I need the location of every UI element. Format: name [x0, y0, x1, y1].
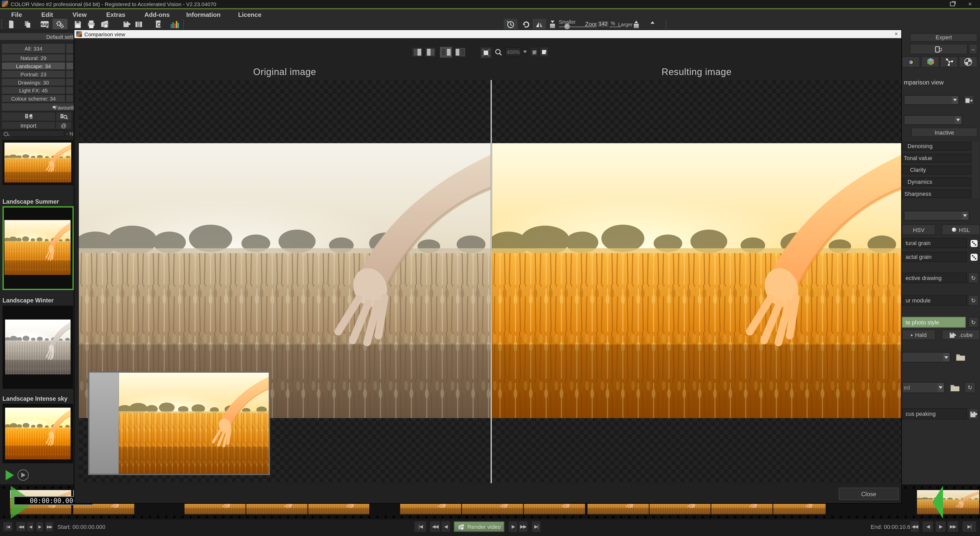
preset-thumb-winter[interactable]: [3, 306, 73, 389]
fractal-grain-row[interactable]: actal grain: [902, 252, 967, 262]
center-step-back-button[interactable]: ◀: [441, 521, 450, 532]
flip-compare-button[interactable]: [533, 19, 546, 29]
dropdown-arrow[interactable]: [955, 116, 961, 124]
category-natural-stub[interactable]: [66, 54, 73, 61]
preset-folder-button[interactable]: [949, 381, 961, 394]
category-all[interactable]: All: 334: [2, 44, 65, 53]
close-window-button[interactable]: ×: [966, 0, 974, 7]
category-lightfx[interactable]: Light FX: 45: [2, 87, 65, 94]
right-step-back-button[interactable]: ◀: [923, 521, 933, 532]
category-natural[interactable]: Natural: 29: [2, 54, 65, 61]
restore-window-button[interactable]: [949, 1, 956, 7]
print-button[interactable]: [86, 19, 96, 29]
category-portrait-stub[interactable]: [66, 71, 73, 78]
photo-style-reset-button[interactable]: ↻: [968, 317, 979, 328]
pan-mode-button[interactable]: [531, 48, 538, 56]
save-as-button[interactable]: [121, 19, 131, 29]
category-drawings-stub[interactable]: [66, 79, 73, 86]
selective-drawing-reset-button[interactable]: ↻: [968, 273, 979, 283]
rewind-button[interactable]: ◀◀: [16, 522, 26, 531]
settings-gears-button[interactable]: [52, 19, 68, 29]
focus-peaking-save-button[interactable]: [968, 408, 979, 419]
center-goto-end-button[interactable]: ▶|: [532, 521, 541, 532]
preset-search-box[interactable]: [2, 130, 64, 137]
select-mode-button[interactable]: [540, 48, 548, 56]
preview-zoom-button[interactable]: [153, 19, 163, 29]
resulting-image-pane[interactable]: [492, 80, 901, 483]
dropdown-arrow[interactable]: [962, 212, 968, 219]
dropdown-arrow[interactable]: [943, 353, 950, 361]
histogram-button[interactable]: [169, 19, 180, 29]
magnifier-button[interactable]: [493, 47, 503, 58]
lut-cube-tab[interactable]: [921, 56, 939, 67]
dialog-zoom-dropdown[interactable]: 400%: [505, 48, 522, 56]
adjustment-denoising[interactable]: Denoising: [902, 142, 971, 151]
hsl-tab[interactable]: HSL: [942, 224, 980, 235]
import-button[interactable]: Import: [2, 122, 55, 129]
render-video-button[interactable]: Render video: [454, 521, 504, 532]
history-button[interactable]: [504, 19, 517, 29]
raw-import-button[interactable]: [39, 19, 50, 29]
adjustment-dynamics[interactable]: Dynamics: [902, 178, 971, 186]
inactive-toggle-button[interactable]: Inactive: [912, 127, 978, 137]
copy-button[interactable]: [22, 19, 32, 29]
right-fast-forward-button[interactable]: ▶▶: [948, 521, 958, 532]
film-emulation-button[interactable]: [910, 44, 967, 54]
colour-module-row[interactable]: ur module: [902, 295, 967, 306]
dialog-close-button[interactable]: ×: [892, 30, 900, 38]
category-landscape-stub[interactable]: [66, 62, 73, 69]
selective-drawing-row[interactable]: ective drawing: [902, 273, 967, 283]
play-button[interactable]: ▶: [36, 522, 43, 531]
center-fast-forward-button[interactable]: ▶▶: [519, 521, 528, 532]
preview-play-all-button[interactable]: [18, 469, 29, 480]
preset-thumb-summer[interactable]: [3, 206, 74, 290]
preset-thumb-current[interactable]: [3, 140, 73, 185]
layout-split-right-button[interactable]: [425, 47, 436, 58]
category-colourscheme[interactable]: Colour scheme: 34: [2, 95, 65, 102]
category-all-stub[interactable]: [66, 44, 73, 53]
dialog-close-action-button[interactable]: Close: [839, 488, 899, 500]
right-goto-end-button[interactable]: ▶|: [963, 521, 976, 532]
at-button[interactable]: @: [56, 122, 71, 129]
step-back-button[interactable]: ◀: [27, 522, 34, 531]
fast-forward-button[interactable]: ▶▶: [46, 522, 53, 531]
photo-style-row[interactable]: te photo style: [902, 317, 966, 328]
lut-folder-button[interactable]: [955, 351, 966, 363]
redo-button[interactable]: [520, 19, 531, 29]
dialog-title-bar[interactable]: Comparison view ×: [74, 30, 901, 38]
timeline-frame[interactable]: [917, 490, 980, 515]
center-goto-start-button[interactable]: |◀: [414, 521, 426, 532]
menu-file[interactable]: File: [11, 11, 22, 18]
category-portrait[interactable]: Portrait: 23: [2, 71, 65, 78]
center-rewind-button[interactable]: ◀◀: [430, 521, 440, 532]
focus-peaking-row[interactable]: cus peaking: [902, 408, 967, 419]
adjustment-sharpness[interactable]: Sharpness: [902, 189, 971, 198]
film-export-button[interactable]: [964, 95, 974, 105]
adjustment-scroll-strip[interactable]: [973, 142, 980, 198]
category-colourscheme-stub[interactable]: [66, 95, 73, 102]
nodes-tab[interactable]: [940, 56, 958, 67]
export-presets-button[interactable]: [2, 113, 55, 121]
fractal-grain-dice-button[interactable]: [968, 251, 980, 263]
zoom-out-preview-icon[interactable]: [549, 20, 556, 28]
zoom-in-preview-icon[interactable]: [632, 20, 640, 28]
colour-module-reset-button[interactable]: ↻: [968, 295, 979, 306]
zoom-slider-handle[interactable]: [564, 24, 570, 29]
preview-play-button[interactable]: [4, 469, 16, 481]
natural-grain-row[interactable]: tural grain: [902, 238, 967, 248]
search-input[interactable]: [9, 131, 65, 138]
menu-licence[interactable]: Licence: [238, 11, 261, 18]
category-drawings[interactable]: Drawings: 30: [2, 79, 65, 86]
category-lightfx-stub[interactable]: [66, 87, 73, 94]
menu-edit[interactable]: Edit: [41, 11, 53, 18]
collapse-button[interactable]: –: [969, 44, 977, 54]
browse-presets-button[interactable]: [56, 113, 71, 121]
layout-side-by-side-button[interactable]: [440, 47, 452, 58]
aperture-tab[interactable]: [959, 56, 977, 67]
expert-mode-button[interactable]: Expert: [910, 33, 977, 42]
layout-side-by-side-swapped-button[interactable]: [454, 47, 466, 58]
menu-addons[interactable]: Add-ons: [145, 11, 170, 18]
adjustment-clarity[interactable]: Clarity: [902, 165, 971, 174]
colour-wheel-tab[interactable]: [902, 56, 920, 67]
zoom-value-field[interactable]: 142: [597, 20, 609, 28]
